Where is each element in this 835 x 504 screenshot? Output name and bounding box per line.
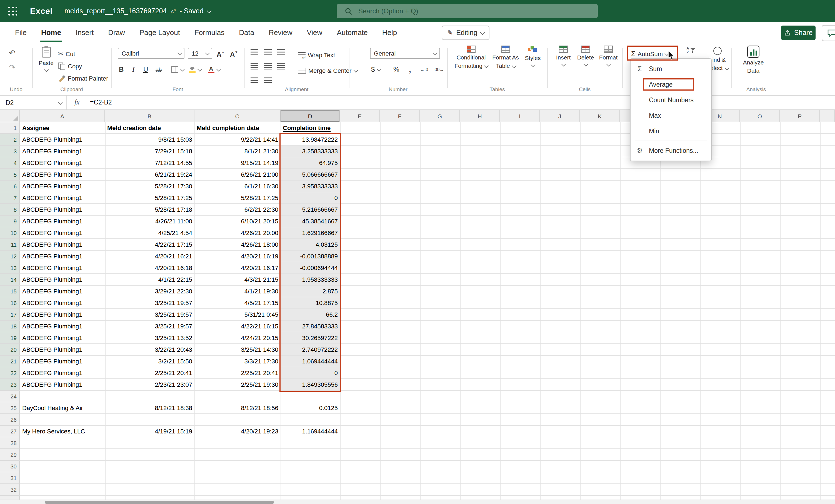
fill-color-button[interactable]: [189, 63, 201, 76]
tab-automate[interactable]: Automate: [329, 22, 375, 43]
tab-page-layout[interactable]: Page Layout: [132, 22, 187, 43]
cell-D19[interactable]: 30.26597222: [281, 332, 340, 344]
font-family-select[interactable]: Calibri: [118, 48, 184, 59]
cell-B4[interactable]: 7/12/21 14:55: [105, 157, 195, 169]
cell-A19[interactable]: ABCDEFG Plumbing1: [20, 332, 105, 344]
cell-B23[interactable]: 2/23/21 23:07: [105, 379, 195, 391]
column-header-partial[interactable]: [820, 110, 835, 122]
cell-B19[interactable]: 3/25/21 13:52: [105, 332, 195, 344]
cell-D7[interactable]: 0: [281, 192, 340, 204]
cell-A16[interactable]: ABCDEFG Plumbing1: [20, 297, 105, 309]
cell-D17[interactable]: 66.2: [281, 309, 340, 321]
row-header-31[interactable]: 31: [0, 472, 20, 484]
cell-C10[interactable]: 4/26/21 20:00: [195, 227, 281, 239]
cell-C3[interactable]: 8/1/21 21:30: [195, 146, 281, 157]
cell-D12[interactable]: -0.001388889: [281, 250, 340, 262]
cell-C17[interactable]: 5/31/21 0:45: [195, 309, 281, 321]
cell-D15[interactable]: 2.875: [281, 286, 340, 297]
column-header-g[interactable]: G: [420, 110, 460, 122]
percent-button[interactable]: %: [393, 63, 399, 76]
tab-view[interactable]: View: [300, 22, 329, 43]
merge-center-button[interactable]: Merge & Center: [298, 64, 357, 77]
borders-button[interactable]: [171, 63, 184, 76]
undo-button[interactable]: ↶: [5, 47, 19, 59]
search-input[interactable]: [357, 7, 571, 16]
cell-A17[interactable]: ABCDEFG Plumbing1: [20, 309, 105, 321]
cell-B20[interactable]: 3/22/21 20:43: [105, 344, 195, 356]
cell-D6[interactable]: 3.958333333: [281, 181, 340, 192]
tab-file[interactable]: File: [8, 22, 34, 43]
row-header-12[interactable]: 12: [0, 250, 20, 262]
cell-D2[interactable]: 13.98472222: [281, 134, 340, 146]
cell-C1[interactable]: Meld completion date: [195, 122, 281, 134]
cell-D20[interactable]: 2.740972222: [281, 344, 340, 356]
row-header-21[interactable]: 21: [0, 356, 20, 367]
italic-button[interactable]: I: [132, 63, 139, 76]
cell-C14[interactable]: 4/3/21 21:15: [195, 274, 281, 286]
cell-B22[interactable]: 2/25/21 20:41: [105, 367, 195, 379]
cell-B27[interactable]: 4/19/21 15:19: [105, 426, 195, 437]
row-header-24[interactable]: 24: [0, 391, 20, 402]
column-header-i[interactable]: I: [500, 110, 540, 122]
row-header-11[interactable]: 11: [0, 239, 20, 250]
cell-A9[interactable]: ABCDEFG Plumbing1: [20, 216, 105, 227]
cell-D10[interactable]: 1.629166667: [281, 227, 340, 239]
cell-B7[interactable]: 5/28/21 17:25: [105, 192, 195, 204]
cell-A4[interactable]: ABCDEFG Plumbing1: [20, 157, 105, 169]
decrease-indent-button[interactable]: [249, 75, 260, 84]
row-header-6[interactable]: 6: [0, 181, 20, 192]
cell-C2[interactable]: 9/22/21 14:41: [195, 134, 281, 146]
cell-B5[interactable]: 6/21/21 19:24: [105, 169, 195, 181]
column-header-h[interactable]: H: [460, 110, 500, 122]
row-header-23[interactable]: 23: [0, 379, 20, 391]
cell-D8[interactable]: 5.216666667: [281, 204, 340, 216]
cell-B21[interactable]: 3/2/21 15:50: [105, 356, 195, 367]
cell-C7[interactable]: 5/28/21 17:25: [195, 192, 281, 204]
underline-button[interactable]: U: [143, 63, 151, 76]
cell-D13[interactable]: -0.000694444: [281, 262, 340, 274]
align-right-button[interactable]: [276, 62, 287, 71]
cell-B17[interactable]: 3/25/21 19:57: [105, 309, 195, 321]
align-bottom-button[interactable]: [276, 47, 287, 57]
row-header-2[interactable]: 2: [0, 134, 20, 146]
cell-B14[interactable]: 4/1/21 22:15: [105, 274, 195, 286]
align-middle-button[interactable]: [262, 47, 273, 57]
row-header-29[interactable]: 29: [0, 449, 20, 461]
name-box[interactable]: D2: [0, 96, 67, 109]
cell-D4[interactable]: 64.975: [281, 157, 340, 169]
redo-button[interactable]: ↷: [5, 61, 19, 73]
tab-draw[interactable]: Draw: [101, 22, 132, 43]
font-color-button[interactable]: A: [208, 63, 220, 76]
cell-B6[interactable]: 5/28/21 17:30: [105, 181, 195, 192]
cell-A5[interactable]: ABCDEFG Plumbing1: [20, 169, 105, 181]
menu-item-count-numbers[interactable]: Count Numbers: [631, 92, 711, 108]
insert-cells-button[interactable]: Insert: [552, 45, 574, 65]
format-cells-button[interactable]: Format: [597, 45, 620, 65]
row-header-15[interactable]: 15: [0, 286, 20, 297]
row-header-16[interactable]: 16: [0, 297, 20, 309]
comma-style-button[interactable]: ,: [409, 63, 411, 76]
row-header-14[interactable]: 14: [0, 274, 20, 286]
format-as-table-button[interactable]: Format As Table: [488, 45, 523, 69]
row-header-25[interactable]: 25: [0, 402, 20, 414]
cell-B9[interactable]: 4/26/21 11:00: [105, 216, 195, 227]
row-header-4[interactable]: 4: [0, 157, 20, 169]
cell-A21[interactable]: ABCDEFG Plumbing1: [20, 356, 105, 367]
column-header-b[interactable]: B: [105, 110, 195, 122]
row-header-30[interactable]: 30: [0, 461, 20, 472]
number-format-select[interactable]: General: [370, 48, 440, 59]
cell-A12[interactable]: ABCDEFG Plumbing1: [20, 250, 105, 262]
tab-data[interactable]: Data: [232, 22, 261, 43]
cell-A13[interactable]: ABCDEFG Plumbing1: [20, 262, 105, 274]
cell-C25[interactable]: 8/12/21 18:56: [195, 402, 281, 414]
column-header-j[interactable]: J: [540, 110, 580, 122]
row-header-8[interactable]: 8: [0, 204, 20, 216]
cell-D23[interactable]: 1.849305556: [281, 379, 340, 391]
cell-A20[interactable]: ABCDEFG Plumbing1: [20, 344, 105, 356]
cell-A6[interactable]: ABCDEFG Plumbing1: [20, 181, 105, 192]
grid-body[interactable]: AssigneeMeld creation dateMeld completio…: [20, 122, 835, 504]
bold-button[interactable]: B: [119, 63, 128, 76]
cell-C20[interactable]: 3/25/21 14:30: [195, 344, 281, 356]
wrap-text-button[interactable]: ↵ Wrap Text: [298, 49, 335, 61]
sort-filter-button[interactable]: AZ: [679, 47, 703, 54]
